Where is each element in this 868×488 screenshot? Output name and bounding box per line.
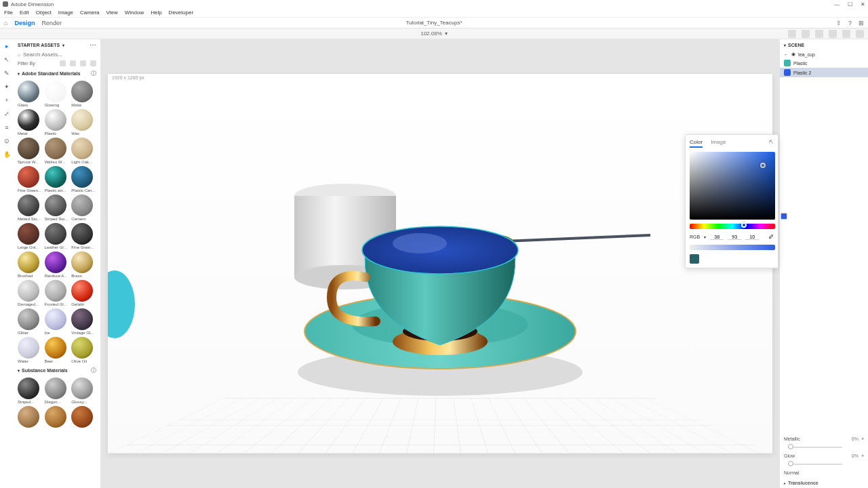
zoom-tool[interactable]: ⊙ <box>3 137 11 145</box>
viewport[interactable]: 1920 x 1280 px <box>100 39 780 488</box>
more-icon[interactable]: ⋯ <box>90 41 96 49</box>
tab-image[interactable]: Image <box>711 139 726 148</box>
material-item[interactable]: Cement <box>71 195 96 221</box>
filter-materials-icon[interactable] <box>70 60 76 66</box>
material-item[interactable]: Plastic Can... <box>71 166 96 192</box>
maximize-button[interactable]: ☐ <box>848 1 852 7</box>
material-item[interactable]: Plastic wit... <box>45 166 70 192</box>
search-input[interactable] <box>23 52 96 58</box>
metallic-slider[interactable] <box>788 447 842 448</box>
material-item[interactable]: Wax <box>71 109 96 136</box>
feedback-icon[interactable]: ⊞ <box>859 20 864 26</box>
material-item[interactable]: Light Oak... <box>71 138 96 164</box>
material-item[interactable]: Fine Grain... <box>71 223 96 249</box>
material-item[interactable]: Metal <box>18 109 43 136</box>
sample-tool[interactable]: ✎ <box>3 69 11 77</box>
camera-bookmark-icon[interactable] <box>788 30 796 38</box>
info-icon[interactable]: ⓘ <box>91 70 96 77</box>
scene-breadcrumb[interactable]: ← ◉ tea_cup <box>780 50 868 58</box>
close-button[interactable]: ✕ <box>861 1 865 7</box>
share-icon[interactable]: ⇪ <box>836 20 842 26</box>
saturation-value-field[interactable] <box>690 152 775 220</box>
help-icon[interactable]: ? <box>848 20 852 26</box>
scene-panel-header[interactable]: ▾ SCENE <box>780 39 868 50</box>
material-item[interactable]: Walnut W... <box>45 138 70 164</box>
material-item[interactable]: Damaged... <box>18 280 43 306</box>
add-tool[interactable]: + <box>3 96 11 104</box>
b-input[interactable] <box>745 235 759 240</box>
material-item[interactable]: Rainbow A... <box>45 251 70 278</box>
menu-camera[interactable]: Camera <box>80 9 99 16</box>
material-item[interactable]: Glass <box>18 81 43 107</box>
material-item[interactable]: Spruce W... <box>18 138 43 164</box>
menu-developer[interactable]: Developer <box>169 9 193 16</box>
camera-frame-icon[interactable] <box>842 30 850 38</box>
align-tool[interactable]: ≡ <box>3 123 11 131</box>
minimize-button[interactable]: — <box>834 1 840 7</box>
r-input[interactable] <box>710 235 724 240</box>
menu-object[interactable]: Object <box>36 9 52 16</box>
mode-render[interactable]: Render <box>41 20 62 26</box>
glow-slider[interactable] <box>788 464 842 465</box>
material-item[interactable]: Beer <box>45 337 70 363</box>
material-item[interactable]: Striped... <box>18 378 43 404</box>
material-item[interactable]: Large Grit... <box>18 223 43 249</box>
material-item[interactable]: Striped Sto... <box>45 195 70 221</box>
menu-edit[interactable]: Edit <box>20 9 29 16</box>
menu-help[interactable]: Help <box>151 9 161 16</box>
tab-color[interactable]: Color <box>690 139 703 148</box>
hand-tool[interactable]: ✋ <box>3 150 11 159</box>
material-item[interactable]: Glowing <box>45 81 70 107</box>
color-mode-dropdown[interactable]: RGB <box>690 235 700 239</box>
g-input[interactable] <box>728 235 741 240</box>
eyedropper-icon[interactable]: ✐ <box>768 233 774 241</box>
home-button[interactable]: ⌂ <box>4 20 7 26</box>
material-plastic-2[interactable]: Plastic 2 <box>780 68 868 77</box>
section-standard-materials[interactable]: ▾ Adobe Standard Materials ⓘ <box>14 68 100 79</box>
material-item[interactable] <box>71 406 96 428</box>
material-item[interactable]: Matte <box>71 81 96 107</box>
material-plastic[interactable]: Plastic <box>780 58 868 68</box>
canvas[interactable]: 1920 x 1280 px <box>108 74 772 453</box>
add-icon[interactable]: + <box>861 436 864 441</box>
back-icon[interactable]: ← <box>784 52 789 57</box>
material-item[interactable]: Water <box>18 337 43 363</box>
menu-window[interactable]: Window <box>125 9 144 16</box>
material-item[interactable]: Vintage Gl... <box>71 308 96 335</box>
material-item[interactable] <box>18 406 43 428</box>
asset-panel-header[interactable]: STARTER ASSETS ▾ ⋯ <box>14 39 100 50</box>
material-item[interactable]: Plastic <box>45 109 70 136</box>
material-item[interactable]: Frosted Gl... <box>45 280 70 306</box>
render-preview-icon[interactable] <box>856 30 864 38</box>
section-substance-materials[interactable]: ▾ Substance Materials ⓘ <box>14 365 100 376</box>
expand-icon[interactable]: ⇱ <box>769 139 774 148</box>
menu-image[interactable]: Image <box>58 9 73 16</box>
material-item[interactable]: Olive Oil <box>71 337 96 363</box>
camera-redo-icon[interactable] <box>815 30 823 38</box>
material-item[interactable]: Melted Sto... <box>18 195 43 221</box>
filter-images-icon[interactable] <box>90 60 96 66</box>
material-item[interactable]: Brass <box>71 251 96 278</box>
menu-view[interactable]: View <box>106 9 118 16</box>
prop-normal[interactable]: Normal <box>780 468 868 478</box>
mode-design[interactable]: Design <box>14 20 35 26</box>
camera-undo-icon[interactable] <box>802 30 810 38</box>
material-item[interactable] <box>45 406 70 428</box>
material-item[interactable]: Leather Gr... <box>45 223 70 249</box>
material-item[interactable]: Diagon... <box>45 378 70 404</box>
camera-home-icon[interactable] <box>829 30 837 38</box>
add-icon[interactable]: + <box>861 453 864 458</box>
hue-slider[interactable] <box>690 224 775 229</box>
wand-tool[interactable]: ✦ <box>3 83 11 91</box>
previous-color-swatch[interactable] <box>690 254 699 264</box>
select-tool[interactable]: ▸ <box>3 42 11 50</box>
zoom-display[interactable]: 102.08%▾ <box>420 30 448 37</box>
sv-handle[interactable] <box>760 163 766 168</box>
filter-lights-icon[interactable] <box>80 60 86 66</box>
material-item[interactable]: Gelatin <box>71 280 96 306</box>
filter-models-icon[interactable] <box>60 60 66 66</box>
menu-file[interactable]: File <box>4 9 13 16</box>
material-item[interactable]: Brushed <box>18 251 43 278</box>
material-item[interactable]: Fine Green... <box>18 166 43 192</box>
move-tool[interactable]: ↖ <box>3 56 11 64</box>
